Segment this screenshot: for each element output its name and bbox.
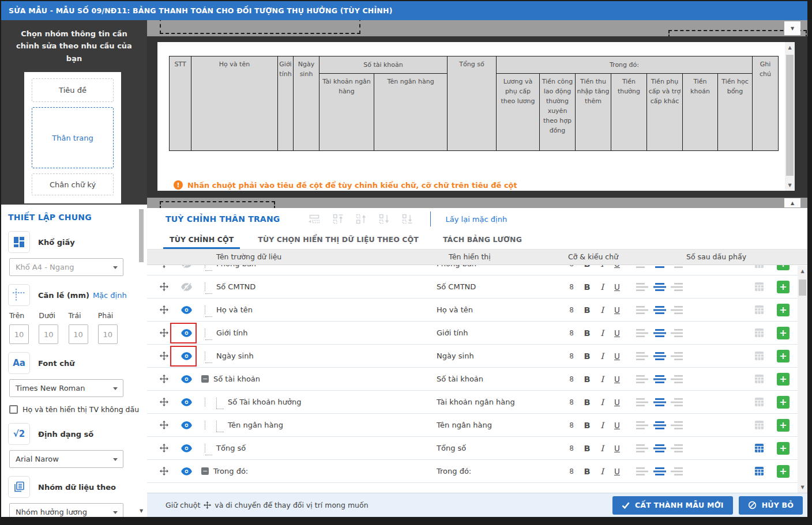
row-display-name[interactable]: Tên ngân hàng	[425, 421, 563, 429]
align-left-icon[interactable]	[634, 375, 651, 384]
row-display-name[interactable]: Tài khoản ngân hàng	[425, 398, 563, 406]
visibility-toggle[interactable]	[174, 265, 199, 268]
align-right-icon[interactable]	[668, 398, 686, 407]
font-size-value[interactable]: 8	[563, 352, 580, 360]
customize-tab[interactable]: TÙY CHỌN HIỂN THỊ DỮ LIỆU THEO CỘT	[246, 230, 431, 249]
align-right-icon[interactable]	[668, 375, 686, 384]
move-down-icon[interactable]	[378, 213, 390, 225]
add-column-button[interactable]: +	[777, 373, 790, 386]
add-column-button[interactable]: +	[777, 465, 790, 478]
collapse-icon[interactable]: −	[201, 467, 209, 475]
align-center-icon[interactable]	[651, 265, 668, 269]
align-right-icon[interactable]	[668, 282, 686, 292]
align-left-icon[interactable]	[634, 421, 651, 430]
preview-col-tai-khoan-ngan-hang[interactable]: Tài khoản ngân hàng	[319, 74, 374, 151]
margin-input[interactable]: 10	[69, 324, 88, 344]
drag-handle-icon[interactable]	[154, 305, 174, 314]
align-left-icon[interactable]	[634, 282, 651, 292]
underline-button[interactable]: U	[610, 265, 625, 269]
move-up-icon[interactable]	[355, 213, 367, 225]
bold-button[interactable]: B	[580, 398, 595, 407]
font-size-value[interactable]: 8	[563, 265, 580, 268]
italic-button[interactable]: I	[595, 398, 610, 407]
underline-button[interactable]: U	[610, 305, 625, 315]
sum-table-icon[interactable]	[747, 397, 770, 407]
margin-input[interactable]: 10	[39, 324, 58, 344]
preview-subcol[interactable]: Lương và phụ cấp theo lương	[497, 74, 540, 151]
preview-subcol[interactable]: Tiền khoán	[683, 74, 718, 151]
underline-button[interactable]: U	[610, 352, 625, 361]
italic-button[interactable]: I	[595, 305, 610, 315]
font-size-value[interactable]: 8	[563, 444, 580, 452]
sum-table-icon[interactable]	[747, 328, 770, 338]
align-center-icon[interactable]	[651, 421, 668, 430]
align-center-icon[interactable]	[651, 467, 668, 476]
visibility-toggle[interactable]	[174, 329, 199, 337]
visibility-toggle[interactable]	[174, 467, 199, 475]
drag-handle-icon[interactable]	[154, 467, 174, 475]
margin-input[interactable]: 10	[9, 324, 29, 344]
save-as-new-template-button[interactable]: CẤT THÀNH MẪU MỚI	[612, 496, 733, 515]
add-column-button[interactable]: +	[777, 396, 790, 409]
sum-table-icon[interactable]	[747, 265, 770, 269]
row-display-name[interactable]: Ngày sinh	[425, 352, 563, 360]
sidebar-scrollbar[interactable]: ▼	[138, 209, 144, 515]
paper-size-select[interactable]: Khổ A4 - Ngang	[9, 258, 123, 276]
align-right-icon[interactable]	[668, 421, 686, 430]
add-column-button[interactable]: +	[777, 304, 790, 316]
preview-col-ghi-chu[interactable]: Ghi chú	[753, 56, 779, 151]
margins-default-link[interactable]: Mặc định	[93, 291, 127, 300]
underline-button[interactable]: U	[610, 421, 625, 430]
align-left-icon[interactable]	[634, 265, 651, 269]
cancel-button[interactable]: HỦY BỎ	[739, 496, 803, 515]
preview-subcol[interactable]: Tiền thưởng	[611, 74, 647, 151]
sum-table-icon[interactable]	[747, 305, 770, 315]
row-display-name[interactable]: Tổng số	[425, 444, 563, 452]
add-column-button[interactable]: +	[777, 265, 790, 270]
align-center-icon[interactable]	[651, 305, 668, 315]
underline-button[interactable]: U	[610, 375, 625, 384]
underline-button[interactable]: U	[610, 467, 625, 476]
align-left-icon[interactable]	[634, 328, 651, 338]
align-center-icon[interactable]	[651, 398, 668, 407]
customize-tab[interactable]: TÙY CHỈNH CỘT	[157, 230, 246, 249]
bold-button[interactable]: B	[580, 467, 595, 476]
italic-button[interactable]: I	[595, 467, 610, 476]
add-column-button[interactable]: +	[777, 419, 790, 432]
scroll-down-icon[interactable]: ▼	[785, 183, 795, 188]
font-size-value[interactable]: 8	[563, 398, 580, 406]
italic-button[interactable]: I	[595, 421, 610, 430]
customize-tab[interactable]: TÁCH BẢNG LƯƠNG	[431, 230, 534, 249]
drag-handle-icon[interactable]	[154, 375, 174, 383]
visibility-toggle[interactable]	[174, 421, 199, 429]
sum-table-icon[interactable]	[747, 374, 770, 384]
sum-table-icon[interactable]	[747, 443, 770, 453]
preview-col-stt[interactable]: STT	[170, 56, 191, 151]
collapse-icon[interactable]: −	[201, 375, 209, 383]
reset-default-link[interactable]: Lấy lại mặc định	[446, 215, 507, 224]
sum-table-icon[interactable]	[747, 420, 770, 430]
italic-button[interactable]: I	[595, 328, 610, 338]
add-column-button[interactable]: +	[777, 281, 790, 293]
align-left-icon[interactable]	[634, 352, 651, 361]
underline-button[interactable]: U	[610, 282, 625, 292]
add-column-button[interactable]: +	[777, 350, 790, 362]
row-display-name[interactable]: Trong đó:	[425, 467, 563, 475]
bold-button[interactable]: B	[580, 265, 595, 269]
rows-scrollbar[interactable]: ▲ ▼	[798, 266, 807, 493]
font-size-value[interactable]: 8	[563, 283, 580, 291]
sum-table-icon[interactable]	[747, 466, 770, 476]
scroll-up-icon[interactable]: ▲	[785, 45, 795, 50]
align-right-icon[interactable]	[668, 352, 686, 361]
preview-subcol[interactable]: Tiền thu nhập tăng thêm	[576, 74, 611, 151]
align-left-icon[interactable]	[634, 398, 651, 407]
align-right-icon[interactable]	[668, 265, 686, 269]
italic-button[interactable]: I	[595, 375, 610, 384]
rows-scrollbar-thumb[interactable]	[799, 280, 806, 296]
align-left-icon[interactable]	[634, 305, 651, 315]
bold-button[interactable]: B	[580, 328, 595, 338]
add-column-button[interactable]: +	[777, 327, 790, 339]
preview-scroll-up-button[interactable]: ▲	[784, 198, 800, 207]
align-right-icon[interactable]	[668, 467, 686, 476]
drag-handle-icon[interactable]	[154, 444, 174, 452]
